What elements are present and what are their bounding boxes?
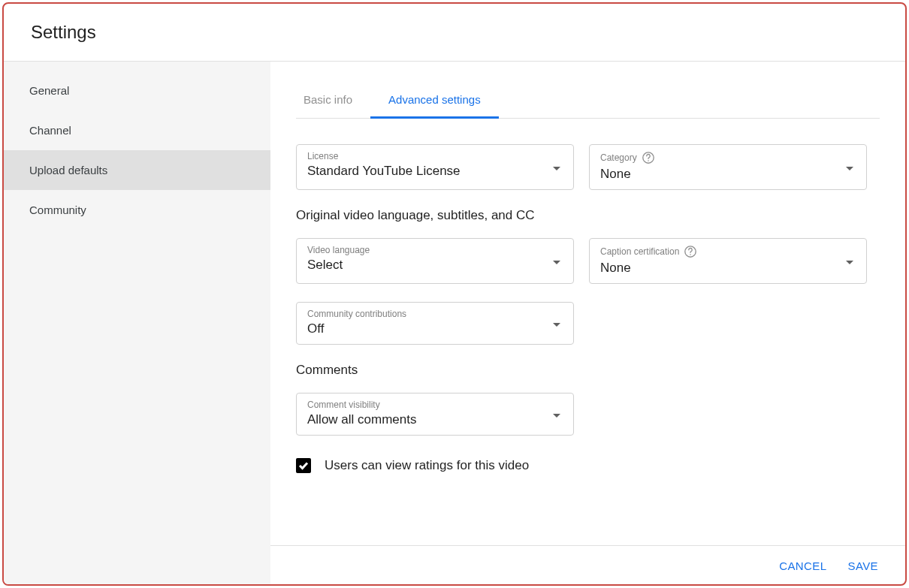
help-icon[interactable]	[642, 151, 655, 164]
svg-point-1	[648, 160, 649, 161]
chevron-down-icon	[552, 317, 561, 330]
license-value: Standard YouTube License	[307, 164, 563, 179]
settings-sidebar: General Channel Upload defaults Communit…	[4, 62, 270, 584]
ratings-checkbox-row: Users can view ratings for this video	[296, 458, 880, 473]
row-community-contrib: Community contributions Off	[296, 302, 880, 345]
video-language-label: Video language	[307, 245, 563, 255]
tab-advanced-settings[interactable]: Advanced settings	[370, 83, 499, 118]
settings-content[interactable]: Basic info Advanced settings License Sta…	[270, 62, 905, 545]
row-language-caption: Video language Select Caption certificat…	[296, 238, 880, 284]
cancel-button[interactable]: CANCEL	[779, 559, 826, 572]
community-contrib-select[interactable]: Community contributions Off	[296, 302, 574, 345]
dialog-footer: CANCEL SAVE	[270, 545, 905, 584]
ratings-checkbox[interactable]	[296, 458, 311, 473]
sidebar-item-channel[interactable]: Channel	[4, 110, 270, 150]
video-language-select[interactable]: Video language Select	[296, 238, 574, 284]
comment-visibility-value: Allow all comments	[307, 412, 563, 427]
help-icon[interactable]	[684, 245, 697, 258]
comment-visibility-select[interactable]: Comment visibility Allow all comments	[296, 393, 574, 436]
comment-visibility-label: Comment visibility	[307, 400, 563, 410]
sidebar-item-upload-defaults[interactable]: Upload defaults	[4, 150, 270, 190]
ratings-checkbox-label: Users can view ratings for this video	[325, 458, 529, 473]
caption-cert-value: None	[600, 261, 856, 276]
license-label: License	[307, 151, 563, 161]
caption-cert-label: Caption certification	[600, 245, 856, 258]
chevron-down-icon	[552, 255, 561, 268]
license-select[interactable]: License Standard YouTube License	[296, 144, 574, 190]
chevron-down-icon	[552, 408, 561, 421]
dialog-header: Settings	[4, 4, 905, 62]
tab-bar: Basic info Advanced settings	[296, 62, 880, 119]
section-comments-heading: Comments	[296, 363, 880, 378]
sidebar-item-general[interactable]: General	[4, 71, 270, 110]
category-select[interactable]: Category None	[589, 144, 867, 190]
video-language-value: Select	[307, 258, 563, 273]
community-contrib-label: Community contributions	[307, 309, 563, 319]
chevron-down-icon	[552, 161, 561, 174]
community-contrib-value: Off	[307, 321, 563, 336]
chevron-down-icon	[845, 161, 854, 174]
sidebar-item-community[interactable]: Community	[4, 190, 270, 230]
svg-point-3	[690, 254, 692, 255]
category-value: None	[600, 167, 856, 182]
caption-cert-select[interactable]: Caption certification None	[589, 238, 867, 284]
dialog-body: General Channel Upload defaults Communit…	[4, 62, 905, 584]
row-license-category: License Standard YouTube License Categor…	[296, 144, 880, 190]
chevron-down-icon	[845, 255, 854, 268]
settings-dialog: Settings General Channel Upload defaults…	[2, 2, 907, 586]
content-wrap: Basic info Advanced settings License Sta…	[270, 62, 905, 584]
save-button[interactable]: SAVE	[847, 559, 878, 572]
tab-basic-info[interactable]: Basic info	[296, 83, 370, 118]
row-comment-visibility: Comment visibility Allow all comments	[296, 393, 880, 436]
category-label: Category	[600, 151, 856, 164]
section-language-heading: Original video language, subtitles, and …	[296, 208, 880, 223]
dialog-title: Settings	[31, 22, 881, 43]
